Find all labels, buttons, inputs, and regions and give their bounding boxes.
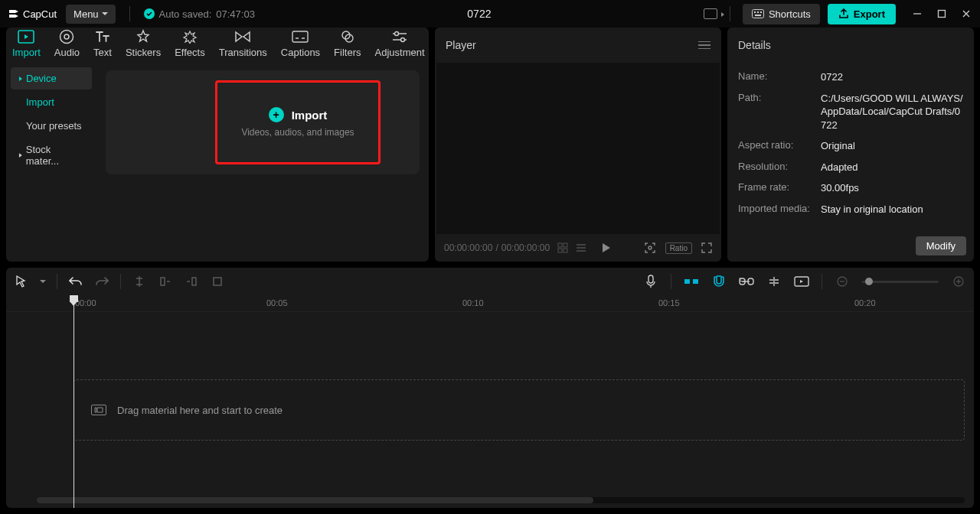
transitions-icon bbox=[234, 29, 251, 44]
tab-captions[interactable]: Captions bbox=[281, 29, 320, 61]
svg-rect-9 bbox=[292, 31, 308, 42]
timeline-ruler[interactable]: 00:00 00:05 00:10 00:15 00:20 bbox=[6, 295, 974, 312]
tab-import[interactable]: Import bbox=[12, 29, 41, 61]
player-viewport[interactable] bbox=[436, 63, 720, 234]
svg-rect-1 bbox=[754, 11, 756, 13]
svg-rect-5 bbox=[939, 11, 946, 18]
sidebar-item-presets[interactable]: Your presets bbox=[11, 115, 92, 137]
tab-audio[interactable]: Audio bbox=[54, 29, 80, 61]
app-logo: CapCut bbox=[8, 8, 57, 20]
detail-value: 0722 bbox=[821, 70, 963, 84]
zoom-in-icon[interactable] bbox=[951, 274, 966, 289]
export-button[interactable]: Export bbox=[828, 4, 896, 24]
autosave-prefix: Auto saved: bbox=[159, 8, 212, 20]
import-card[interactable]: + Import Videos, audios, and images bbox=[215, 80, 381, 164]
zoom-out-icon[interactable] bbox=[835, 274, 850, 289]
modify-button[interactable]: Modify bbox=[916, 236, 966, 255]
detail-label: Resolution: bbox=[738, 161, 812, 174]
scrollbar-thumb[interactable] bbox=[37, 497, 593, 503]
tab-effects[interactable]: Effects bbox=[175, 29, 205, 61]
list-toggle-icon[interactable] bbox=[576, 243, 586, 252]
details-panel: Details Name:0722 Path:C:/Users/GOOD WIL… bbox=[727, 28, 974, 262]
detail-label: Frame rate: bbox=[738, 181, 812, 195]
svg-rect-24 bbox=[693, 279, 698, 284]
sidebar-item-stock[interactable]: Stock mater... bbox=[11, 138, 92, 172]
play-button[interactable] bbox=[602, 242, 611, 253]
grid-toggle-icon[interactable] bbox=[557, 242, 568, 253]
split-icon[interactable] bbox=[132, 274, 147, 289]
player-menu-icon[interactable] bbox=[698, 41, 710, 50]
zoom-slider[interactable] bbox=[862, 281, 939, 283]
menu-button[interactable]: Menu bbox=[66, 5, 116, 24]
pointer-tool-icon[interactable] bbox=[14, 274, 29, 289]
tab-label: Text bbox=[93, 47, 112, 58]
detail-value: C:/Users/GOOD WILL ALWAYS/AppData/Local/… bbox=[821, 92, 963, 132]
chevron-down-icon[interactable] bbox=[40, 280, 46, 284]
sidebar-item-import[interactable]: Import bbox=[11, 91, 92, 113]
ruler-mark: 00:15 bbox=[658, 298, 680, 307]
ratio-button[interactable]: Ratio bbox=[665, 242, 692, 254]
crop-icon[interactable] bbox=[210, 274, 225, 289]
maximize-button[interactable] bbox=[936, 8, 948, 20]
tab-transitions[interactable]: Transitions bbox=[219, 29, 267, 61]
shortcuts-button[interactable]: Shortcuts bbox=[743, 4, 820, 24]
detail-row-imported: Imported media:Stay in original location bbox=[738, 203, 963, 216]
timeline-scrollbar[interactable] bbox=[37, 497, 965, 503]
timeline[interactable]: 00:00 00:05 00:10 00:15 00:20 Drag mater… bbox=[6, 295, 974, 508]
mic-icon[interactable] bbox=[643, 274, 658, 289]
redo-icon[interactable] bbox=[94, 274, 109, 289]
autosave-status: Auto saved: 07:47:03 bbox=[144, 8, 255, 20]
menu-label: Menu bbox=[74, 8, 99, 20]
timeline-drop-zone[interactable]: Drag material here and start to create bbox=[74, 379, 965, 441]
tab-label: Import bbox=[12, 47, 41, 58]
tab-label: Filters bbox=[334, 47, 361, 58]
trim-right-icon[interactable] bbox=[184, 274, 199, 289]
adjustment-icon bbox=[391, 29, 408, 44]
import-card-wrap: + Import Videos, audios, and images bbox=[106, 70, 420, 174]
playhead[interactable] bbox=[74, 295, 74, 508]
fullscreen-icon[interactable] bbox=[701, 242, 712, 253]
trim-left-icon[interactable] bbox=[158, 274, 173, 289]
text-icon bbox=[94, 29, 111, 44]
time-total: 00:00:00:00 bbox=[501, 242, 550, 253]
tab-adjustment[interactable]: Adjustment bbox=[375, 29, 425, 61]
magnet-icon[interactable] bbox=[711, 274, 727, 289]
preview-icon[interactable] bbox=[794, 274, 809, 289]
sidebar-item-label: Device bbox=[26, 73, 57, 84]
details-header: Details bbox=[727, 28, 974, 63]
undo-icon[interactable] bbox=[68, 274, 83, 289]
sidebar-item-device[interactable]: Device bbox=[11, 67, 92, 89]
tab-label: Audio bbox=[54, 47, 80, 58]
close-button[interactable] bbox=[960, 8, 972, 20]
align-icon[interactable] bbox=[766, 274, 782, 289]
app-name: CapCut bbox=[23, 8, 57, 20]
separator bbox=[120, 274, 121, 289]
link-icon[interactable] bbox=[739, 274, 754, 289]
stickers-icon bbox=[135, 29, 152, 44]
titlebar: CapCut Menu Auto saved: 07:47:03 0722 Sh… bbox=[0, 0, 980, 28]
tab-stickers[interactable]: Stickers bbox=[126, 29, 161, 61]
layout-icon[interactable] bbox=[704, 8, 717, 19]
minimize-button[interactable] bbox=[911, 8, 923, 20]
plus-icon: + bbox=[269, 107, 284, 122]
sidebar-item-label: Your presets bbox=[26, 120, 82, 132]
top-tabs: Import Audio Text Stickers Effects Trans… bbox=[6, 28, 429, 63]
export-icon bbox=[838, 8, 849, 19]
captions-icon bbox=[292, 29, 309, 44]
snap-icon[interactable] bbox=[684, 274, 699, 289]
scan-icon[interactable] bbox=[644, 242, 656, 254]
ruler-mark: 00:20 bbox=[854, 298, 876, 307]
drop-hint: Drag material here and start to create bbox=[117, 405, 283, 416]
tab-text[interactable]: Text bbox=[93, 29, 112, 61]
detail-label: Imported media: bbox=[738, 203, 812, 216]
ruler-mark: 00:00 bbox=[75, 298, 96, 307]
zoom-thumb[interactable] bbox=[865, 278, 873, 285]
svg-rect-22 bbox=[648, 275, 653, 283]
tab-filters[interactable]: Filters bbox=[334, 29, 361, 61]
shortcuts-label: Shortcuts bbox=[769, 8, 811, 20]
svg-point-8 bbox=[64, 34, 69, 39]
ruler-mark: 00:05 bbox=[266, 298, 288, 307]
audio-icon bbox=[58, 29, 75, 44]
import-area: + Import Videos, audios, and images bbox=[96, 63, 429, 262]
media-panel: Import Audio Text Stickers Effects Trans… bbox=[6, 28, 429, 262]
